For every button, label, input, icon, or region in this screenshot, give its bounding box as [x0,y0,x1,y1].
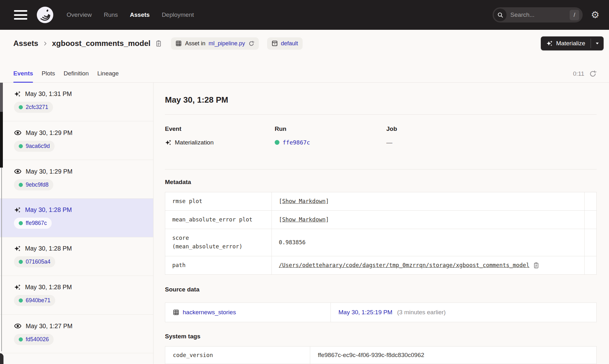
hamburger-menu-icon[interactable] [14,10,27,20]
materialize-label: Materialize [556,40,585,47]
metadata-key: score (mean_absolute_error) [165,229,272,256]
source-data-heading: Source data [165,286,597,293]
tab[interactable]: Plots [42,70,55,83]
nav-links: OverviewRunsAssetsDeployment [67,11,194,18]
run-status-dot [275,140,279,145]
tab[interactable]: Events [13,70,33,83]
asset-location-badge[interactable]: Asset in ml_pipeline.py [171,37,259,50]
source-timestamp-link[interactable]: May 30, 1:25:19 PM [338,309,392,316]
job-value: — [386,139,392,146]
refresh-icon[interactable] [589,70,597,78]
asset-location-prefix: Asset in [185,40,205,47]
breadcrumb-assets-link[interactable]: Assets [13,39,38,48]
nav-link[interactable]: Runs [104,11,118,18]
chevron-right-icon [43,41,48,46]
run-id-pill[interactable]: ffe9867c [14,218,52,229]
path-link[interactable]: /Users/odetteharary/code/dagster/tmp_0mz… [279,261,529,270]
run-id-pill[interactable]: 6940be71 [14,295,55,306]
nav-link-label: Deployment [162,11,194,18]
source-asset-link[interactable]: hackernews_stories [183,309,236,316]
event-list-item[interactable]: May 30, 1:31 PM 2cfc3271 [0,83,153,121]
metadata-value: [Show Markdown] [272,192,584,210]
gear-icon[interactable]: ⚙ [591,10,599,20]
copy-path-icon[interactable] [533,262,540,269]
reload-location-icon[interactable] [248,41,254,47]
global-search[interactable]: / [493,7,583,22]
metadata-row: rmse plot [Show Markdown] [165,192,596,211]
event-list-item[interactable]: May 30, 1:28 PM 071605a4 [0,237,153,276]
run-id-pill[interactable]: fd540026 [14,334,54,345]
event-timestamp: May 30, 1:28 PM [25,206,72,214]
metadata-key: mean_absolute_error plot [165,211,272,229]
metadata-row-end-cell [584,192,596,210]
code-location-badge[interactable]: default [267,37,303,50]
observation-eye-icon [14,129,22,137]
nav-link-label: Overview [67,11,92,18]
asset-location-file-link[interactable]: ml_pipeline.py [208,40,245,47]
run-status-dot [19,144,23,148]
run-id-link: 6940be71 [26,297,50,304]
metadata-row-end-cell [584,211,596,229]
table-grid-icon [175,40,182,47]
run-status-dot [19,260,23,264]
tab[interactable]: Definition [64,70,89,83]
metadata-value: /Users/odetteharary/code/dagster/tmp_0mz… [272,256,584,274]
observation-eye-icon [14,168,22,175]
run-status-dot [19,221,23,225]
metadata-row: score (mean_absolute_error) 0.983856 [165,229,596,256]
event-list-item[interactable]: May 30, 1:28 PM 6940be71 [0,276,153,315]
event-list-item[interactable]: May 30, 1:28 PM ffe9867c [0,199,153,237]
search-input[interactable] [510,11,570,18]
search-icon [494,9,507,21]
event-list-item[interactable]: May 30, 1:29 PM 9ebc9fd8 [0,160,153,199]
nav-link[interactable]: Deployment [162,11,194,18]
sparkle-icon [546,40,553,47]
event-timestamp: May 30, 1:28 PM [25,284,72,291]
run-id-pill[interactable]: 9aca6c9d [14,141,55,152]
event-type-value: Materialization [175,139,214,146]
run-id-link: 2cfc3271 [26,104,48,111]
nav-link-label: Runs [104,11,118,18]
run-id-pill[interactable]: 2cfc3271 [14,102,53,113]
asset-name: xgboost_comments_model [52,39,151,48]
sparkle-icon [165,139,172,146]
metadata-table: rmse plot [Show Markdown] mean_absolute_… [165,192,597,275]
system-tag-value: ffe9867c-ec9c-4f06-939c-f8dc830c0962 [310,347,596,364]
event-timestamp: May 30, 1:27 PM [26,322,72,330]
source-data-table: hackernews_stories May 30, 1:25:19 PM (3… [165,303,597,322]
nav-link-label: Assets [130,11,150,18]
show-markdown-link[interactable]: Show Markdown [282,198,326,204]
event-list-sidebar: May 30, 1:31 PM 2cfc3271 May 30, 1:29 PM… [0,83,154,364]
source-relative-time: (3 minutes earlier) [397,309,446,316]
event-timestamp: May 30, 1:28 PM [25,245,72,252]
run-id-link[interactable]: ffe9867c [283,139,310,146]
refresh-timer: 0:11 [573,70,584,77]
run-status-dot [19,183,23,187]
metadata-row-end-cell [584,256,596,274]
dagster-logo-icon[interactable] [37,7,53,23]
summary-job-col: Job — [386,125,597,169]
event-list-item[interactable]: May 30, 1:29 PM 9aca6c9d [0,121,153,160]
tab[interactable]: Lineage [97,70,119,83]
job-label: Job [386,125,597,132]
metadata-row-end-cell [584,229,596,256]
run-status-dot [19,298,23,303]
materialize-dropdown-button[interactable] [591,36,604,50]
materialize-button[interactable]: Materialize [541,36,591,50]
run-id-link: 071605a4 [26,259,50,265]
copy-asset-name-icon[interactable] [155,40,162,47]
event-list-item[interactable]: May 30, 1:27 PM fd540026 [0,315,153,353]
show-markdown-link[interactable]: Show Markdown [282,216,326,223]
repo-icon [272,40,278,47]
nav-link[interactable]: Assets [130,11,150,18]
run-id-pill[interactable]: 071605a4 [14,256,55,267]
run-id-link: fd540026 [26,336,49,343]
metadata-row: path /Users/odetteharary/code/dagster/tm… [165,256,596,274]
summary-run-col: Run ffe9867c [275,125,386,169]
nav-link[interactable]: Overview [67,11,92,18]
breadcrumb: Assets xgboost_comments_model Asset in m… [13,36,604,50]
event-label: Event [165,125,275,132]
search-shortcut-badge: / [570,10,579,20]
run-id-pill[interactable]: 9ebc9fd8 [14,179,53,190]
code-location-link[interactable]: default [281,40,298,47]
